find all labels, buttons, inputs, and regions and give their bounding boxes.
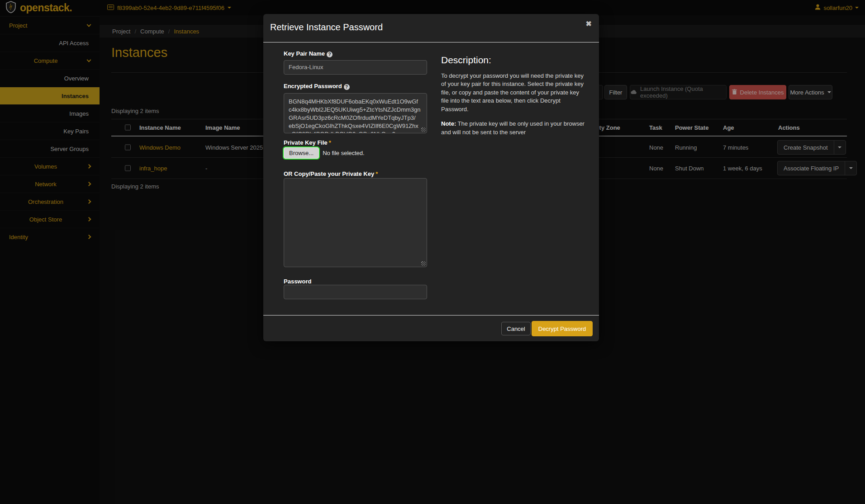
- browse-button[interactable]: Browse...: [284, 147, 319, 159]
- resize-handle[interactable]: [421, 127, 426, 132]
- password-label: Password: [284, 278, 311, 285]
- description-panel: Description: To decrypt your password yo…: [441, 55, 587, 137]
- modal-title: Retrieve Instance Password: [270, 22, 383, 33]
- decrypt-password-button[interactable]: Decrypt Password: [532, 321, 593, 336]
- key-pair-name-label: Key Pair Name?: [284, 50, 333, 57]
- description-title: Description:: [441, 55, 587, 66]
- horizon-dashboard: openstack. f8399ab0-52e4-4eb2-9d89-e711f…: [0, 0, 865, 504]
- resize-handle[interactable]: [421, 261, 426, 266]
- close-icon[interactable]: ✖: [586, 19, 592, 28]
- private-key-textarea[interactable]: [284, 178, 427, 267]
- retrieve-password-modal: Retrieve Instance Password ✖ Key Pair Na…: [263, 14, 599, 341]
- private-key-file-label: Private Key File*: [284, 139, 331, 146]
- private-key-file-input: Browse... No file selected.: [284, 147, 365, 159]
- description-note: Note: The private key will be only used …: [441, 120, 587, 137]
- help-icon: ?: [344, 84, 350, 90]
- cancel-button[interactable]: Cancel: [501, 322, 531, 335]
- password-input[interactable]: [284, 285, 427, 299]
- description-text: To decrypt your password you will need t…: [441, 72, 587, 113]
- help-icon: ?: [327, 52, 333, 57]
- paste-private-key-label: OR Copy/Paste your Private Key*: [284, 170, 378, 177]
- modal-header-divider: [263, 42, 599, 42]
- modal-footer-divider: [263, 315, 599, 316]
- encrypted-password-label: Encrypted Password?: [284, 83, 350, 90]
- no-file-selected-label: No file selected.: [323, 150, 365, 156]
- key-pair-name-input[interactable]: Fedora-Linux: [284, 60, 427, 75]
- encrypted-password-textarea[interactable]: BGN8q4MHKbXf8DUF6obaEKq0xWuEdt1O9wGf c4k…: [284, 93, 427, 133]
